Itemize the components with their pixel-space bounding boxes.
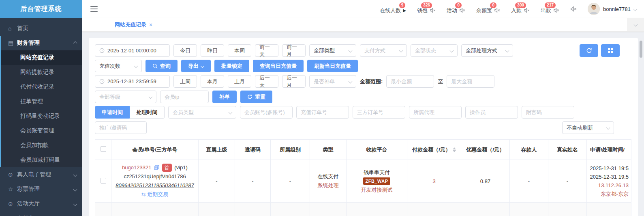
user-menu[interactable]: bonnie7781 bbox=[588, 3, 637, 15]
table-row: bugo123321 (vip1) 2025-12-31 19:5 bbox=[95, 203, 631, 216]
close-icon[interactable]: × bbox=[149, 22, 152, 28]
operator-input[interactable]: 操作员 bbox=[465, 106, 518, 119]
select-all-checkbox[interactable] bbox=[101, 146, 106, 152]
auto-refresh-select[interactable]: 不自动刷新 bbox=[562, 121, 614, 134]
next-month-button[interactable]: 后一月 bbox=[282, 75, 306, 88]
min-amount-input[interactable]: 最小金额 bbox=[386, 75, 434, 88]
prev-day-button[interactable]: 前一天 bbox=[255, 44, 278, 57]
sidebar-item-label: 活动大厅 bbox=[17, 200, 74, 207]
sidebar-item-home[interactable]: ⌂ 首页 bbox=[0, 21, 82, 36]
sidebar-item-live-casino[interactable]: ⊙ 真人电子管理 bbox=[0, 167, 82, 182]
row-select-cell bbox=[95, 160, 111, 203]
copy-icon[interactable] bbox=[154, 165, 159, 170]
filter-row-5: 申请时间 处理时间 会员类型 会员账号(多账号) 充值订单号 三方订单号 所属代… bbox=[95, 106, 632, 119]
last-month-button[interactable]: 上月 bbox=[228, 75, 251, 88]
last-week-button[interactable]: 上周 bbox=[173, 75, 197, 88]
is-supplement-select[interactable]: 是否补单 bbox=[309, 75, 356, 88]
reset-button[interactable]: 重置 bbox=[240, 91, 272, 103]
sidebar-item-withdraw-records[interactable]: 网站提款记录 bbox=[1, 65, 82, 80]
row-checkbox[interactable] bbox=[101, 178, 106, 184]
type-select[interactable]: 全部类型 bbox=[309, 44, 356, 57]
sidebar-item-pending-orders[interactable]: 挂单管理 bbox=[1, 94, 82, 109]
records-table: 会员/单号/三方单号 直属上级 邀请码 所属组别 类型 收款平台 付款金额（/元… bbox=[95, 139, 632, 216]
sidebar-item-activity-hall[interactable]: ⊙ 活动大厅 bbox=[0, 197, 82, 211]
prev-month-button[interactable]: 前一月 bbox=[282, 44, 306, 57]
member-account-input[interactable]: 会员账号(多账号) bbox=[240, 106, 293, 119]
start-date-input[interactable]: 2025-12-01 00:00:00 bbox=[95, 44, 170, 57]
next-day-button[interactable]: 后一天 bbox=[255, 75, 278, 88]
vertical-scrollbar[interactable] bbox=[640, 41, 642, 58]
stat-yuebao[interactable]: 余额宝 0 bbox=[476, 4, 500, 14]
home-icon: ⌂ bbox=[8, 25, 17, 32]
platform-cell: 钱串串支付 ZFB_WAP 开发对接测试 bbox=[347, 160, 407, 203]
stat-withdrawals[interactable]: 出款 217 bbox=[541, 4, 559, 14]
this-month-button[interactable]: 本月 bbox=[201, 75, 224, 88]
stat-online-users[interactable]: 在线人数 9 ▶ bbox=[380, 4, 406, 14]
agent-input[interactable]: 所属代理 bbox=[409, 106, 462, 119]
header-invite-code: 邀请码 bbox=[235, 140, 271, 160]
process-method-select[interactable]: 全部处理方式 bbox=[461, 44, 513, 57]
sidebar-item-yuebao[interactable]: ⊕ 金额宝 bbox=[0, 211, 82, 216]
hamburger-menu-icon[interactable] bbox=[90, 6, 98, 12]
supplement-order-button[interactable]: 补单 bbox=[212, 91, 237, 103]
mute-all-speaker-icon[interactable] bbox=[570, 6, 577, 12]
third-order-input[interactable]: 三方订单号 bbox=[353, 106, 405, 119]
sidebar-item-proxy-pay-records[interactable]: 代付代收记录 bbox=[1, 80, 82, 94]
query-today-recharge-button[interactable]: 查询当日充值量 bbox=[253, 60, 304, 72]
this-week-button[interactable]: 本周 bbox=[228, 44, 251, 57]
stat-deposits[interactable]: 入款 300 bbox=[511, 4, 530, 14]
apply-time-toggle[interactable]: 申请时间 bbox=[95, 106, 130, 119]
sidebar-item-member-account-change[interactable]: 会员账变管理 bbox=[1, 123, 82, 138]
process-time-toggle[interactable]: 处理时间 bbox=[130, 106, 165, 119]
pay-method-select[interactable]: 支付方式 bbox=[360, 44, 407, 57]
chevron-down-icon bbox=[149, 95, 153, 99]
end-date-input[interactable]: 2025-12-31 23:59:59 bbox=[95, 75, 170, 88]
stat-wallet[interactable]: 钱包 326 bbox=[417, 4, 436, 14]
header-platform: 收款平台 bbox=[347, 140, 407, 160]
tab-recharge-records[interactable]: 网站充值记录 × bbox=[115, 21, 152, 28]
refresh-button[interactable] bbox=[580, 44, 598, 57]
tabbar-collapse-button[interactable] bbox=[627, 18, 644, 31]
first-deposit-badge: 首 bbox=[162, 164, 172, 172]
filter-row-6: 推广/邀请码 不自动刷新 bbox=[95, 121, 632, 134]
refresh-today-recharge-button[interactable]: 刷新当日充值量 bbox=[307, 60, 358, 72]
search-button[interactable]: 查询 bbox=[145, 60, 178, 72]
recharge-times-select[interactable]: 充值次数 bbox=[95, 60, 142, 72]
sort-icon[interactable] bbox=[453, 147, 456, 152]
sidebar-item-recharge-records[interactable]: 网站充值记录 bbox=[1, 50, 82, 65]
finance-icon: ▤ bbox=[8, 40, 17, 46]
to-label: 至 bbox=[438, 78, 443, 85]
member-name-link[interactable]: bugo123321 bbox=[122, 164, 151, 171]
member-ip-input[interactable]: 会员ip bbox=[160, 91, 209, 103]
withdrawal-count-badge: 217 bbox=[544, 2, 556, 9]
recent-trades-link[interactable]: ⇆ 近期交易 bbox=[114, 190, 196, 199]
sidebar-item-lottery[interactable]: ☆ 彩票管理 bbox=[0, 182, 82, 197]
status-select[interactable]: 全部状态 bbox=[411, 44, 458, 57]
real-name-cell: - bbox=[548, 160, 587, 203]
max-amount-input[interactable]: 最大金额 bbox=[447, 75, 494, 88]
level-select[interactable]: 全部等级 bbox=[95, 91, 156, 103]
sidebar-item-finance[interactable]: ▤ 财务管理 bbox=[1, 36, 82, 50]
username: bonnie7781 bbox=[603, 6, 631, 12]
export-button[interactable]: 导出 bbox=[181, 60, 211, 72]
member-type-select[interactable]: 会员类型 bbox=[168, 106, 236, 119]
expand-arrow-icon[interactable]: ▶ bbox=[403, 8, 406, 13]
column-settings-button[interactable] bbox=[601, 44, 620, 57]
header-pay-amount[interactable]: 付款金额（/元） bbox=[407, 140, 461, 160]
sidebar-item-label: 真人电子管理 bbox=[17, 171, 74, 178]
promo-code-input[interactable]: 推广/邀请码 bbox=[95, 121, 147, 134]
recharge-order-input[interactable]: 充值订单号 bbox=[296, 106, 349, 119]
sidebar-item-member-add-deduct[interactable]: 会员加扣款 bbox=[1, 138, 82, 153]
sidebar-item-member-wager-adjust[interactable]: 会员加减打码量 bbox=[1, 153, 82, 167]
postscript-input[interactable]: 附言码 bbox=[522, 106, 574, 119]
yesterday-button[interactable]: 昨日 bbox=[201, 44, 224, 57]
topbar-right: 在线人数 9 ▶ 钱包 326 活动 0 余额宝 0 bbox=[380, 3, 637, 15]
sidebar-group-finance: ▤ 财务管理 网站充值记录 网站提款记录 代付代收记录 挂单管理 打码量变动记录… bbox=[0, 36, 82, 167]
time-cell: 2025-12-31 19:5 bbox=[587, 203, 631, 216]
today-button[interactable]: 今日 bbox=[173, 44, 197, 57]
header-type: 类型 bbox=[310, 140, 347, 160]
search-icon bbox=[152, 63, 158, 69]
stat-activity[interactable]: 活动 0 bbox=[447, 4, 465, 14]
sidebar-item-wager-change-records[interactable]: 打码量变动记录 bbox=[1, 109, 82, 123]
batch-lock-button[interactable]: 批量锁定 bbox=[214, 60, 249, 72]
